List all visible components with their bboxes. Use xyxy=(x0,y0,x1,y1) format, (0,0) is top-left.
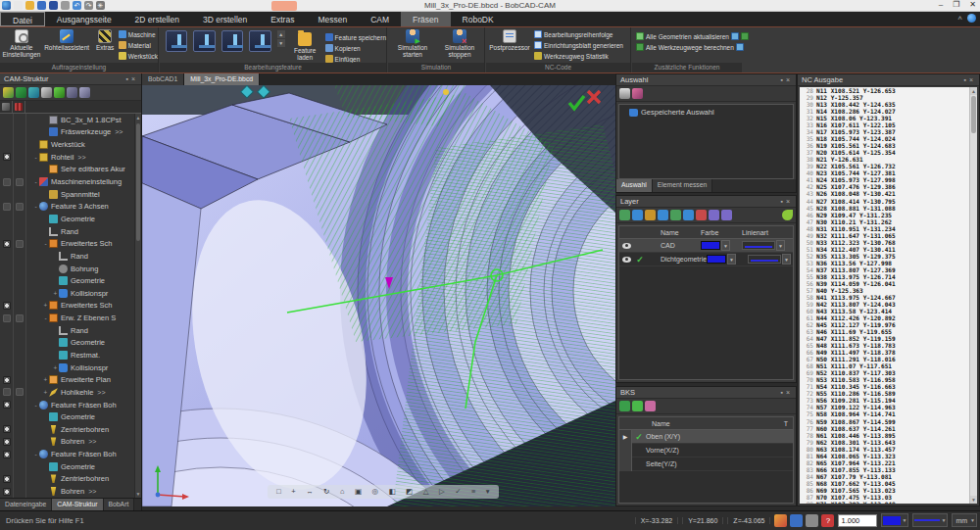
layer-row[interactable]: CAD ▼ ▼ xyxy=(619,239,793,253)
toolbar-icon[interactable] xyxy=(632,210,643,220)
viewport-tool-icon[interactable]: ◎ xyxy=(371,485,378,499)
viewport-tool-icon[interactable]: △ xyxy=(423,485,429,499)
column-farbe[interactable]: Farbe xyxy=(701,229,742,236)
expander-icon[interactable]: + xyxy=(42,389,49,396)
panel-close-icon[interactable]: × xyxy=(969,76,976,83)
nc-scrollbar[interactable]: ▲ ▼ xyxy=(969,87,977,504)
alle-werkzeugwege-berechnen-button[interactable]: Alle Werkzeugwege berechnen xyxy=(636,42,742,52)
viewport-tool-icon[interactable]: ◩ xyxy=(406,485,413,499)
viewport-tool-icon[interactable]: ▣ xyxy=(355,485,362,499)
expander-icon[interactable]: - xyxy=(32,154,39,161)
feature-speichern-button[interactable]: Feature speichern xyxy=(325,32,386,42)
bks-row[interactable]: ▶ ✓ Oben (X/Y) xyxy=(619,430,793,444)
column-linienart[interactable]: Linienart xyxy=(742,229,793,236)
toolbar-icon[interactable] xyxy=(721,210,732,220)
expander-icon[interactable]: - xyxy=(42,240,49,247)
linetype-dropdown[interactable]: ▼ xyxy=(912,513,948,527)
menu-tab[interactable]: CAM xyxy=(359,12,401,26)
tree-item-expand-link[interactable]: >> xyxy=(97,389,105,396)
expander-icon[interactable]: + xyxy=(42,302,49,309)
viewport-tool-icon[interactable]: + xyxy=(291,485,295,499)
viewport-tool-icon[interactable]: ▾ xyxy=(486,485,490,499)
status-icon[interactable]: ? xyxy=(821,514,834,527)
einrichtungsblatt-button[interactable]: Einrichtungsblatt generieren xyxy=(534,40,623,50)
column-name[interactable]: Name xyxy=(647,229,701,236)
menu-tab[interactable]: RoboDK xyxy=(451,12,506,26)
bearbeitungsreihenfolge-button[interactable]: Bearbeitungsreihenfolge xyxy=(534,29,623,39)
expander-icon[interactable]: + xyxy=(52,290,59,297)
expander-icon[interactable]: - xyxy=(42,314,49,321)
3d-canvas[interactable]: □+↔↻⌂▣◎◧◩△▷✓≡▾ xyxy=(142,85,615,506)
extras-button[interactable]: Extras xyxy=(92,27,117,61)
mill-feature-1-icon[interactable] xyxy=(166,30,187,52)
werkzeugweg-statistik-button[interactable]: Werkzeugweg Statistik xyxy=(534,51,623,61)
feature-point-icon[interactable] xyxy=(443,89,449,95)
row-selector[interactable] xyxy=(619,458,632,471)
tree-item-expand-link[interactable]: >> xyxy=(88,438,96,445)
kopieren-button[interactable]: Kopieren xyxy=(325,43,386,53)
column-name[interactable]: Name xyxy=(632,420,779,427)
feature-laden-button[interactable]: Feature laden xyxy=(291,30,319,61)
viewport-tool-icon[interactable]: ▷ xyxy=(439,485,445,499)
auswahl-tab[interactable]: Auswahl xyxy=(616,179,653,192)
chevron-down-icon[interactable]: ▼ xyxy=(782,254,791,265)
panel-close-icon[interactable]: × xyxy=(786,389,793,396)
tree-item-expand-link[interactable]: >> xyxy=(115,128,122,135)
color-swatch[interactable] xyxy=(701,241,720,250)
material-button[interactable]: Material xyxy=(119,40,158,50)
toolbar-icon[interactable] xyxy=(28,87,39,98)
menu-tab[interactable]: 2D erstellen xyxy=(123,12,191,26)
toolbar-icon[interactable] xyxy=(632,401,643,411)
left-panel-tab[interactable]: BobArt xyxy=(104,499,135,510)
toolbar-icon[interactable] xyxy=(670,210,681,220)
eye-icon[interactable] xyxy=(622,243,631,249)
color-dropdown[interactable]: ▼ xyxy=(881,513,908,527)
expander-icon[interactable]: + xyxy=(52,364,59,371)
toolbar-icon[interactable] xyxy=(683,210,694,220)
tree-scrollbar[interactable]: ▲ ▼ xyxy=(134,114,141,498)
viewport-tool-icon[interactable]: ≡ xyxy=(471,485,475,499)
column-filter[interactable]: T xyxy=(779,420,793,427)
bks-row[interactable]: Vorne(X/Z) xyxy=(619,444,793,458)
viewport-tool-icon[interactable]: ✓ xyxy=(455,485,461,499)
toolbar-icon[interactable] xyxy=(79,87,90,98)
toolbar-icon[interactable] xyxy=(3,87,14,98)
mill-feature-2-icon[interactable] xyxy=(193,30,215,52)
viewport-tab[interactable]: Mill_3x_Pro-DE.bbcd xyxy=(184,73,260,85)
chevron-down-icon[interactable]: ▼ xyxy=(776,240,785,251)
expander-icon[interactable]: + xyxy=(42,376,49,383)
viewport-tool-icon[interactable]: ⌂ xyxy=(340,485,345,499)
menu-tab[interactable]: Ausgangsseite xyxy=(45,12,123,26)
panel-close-icon[interactable]: × xyxy=(786,198,793,205)
bks-row[interactable]: Seite(Y/Z) xyxy=(619,458,793,471)
toolbar-icon[interactable] xyxy=(619,401,630,411)
unit-dropdown[interactable]: mm ▼ xyxy=(952,513,977,527)
visibility-column-icon[interactable] xyxy=(2,103,10,111)
maximize-button[interactable]: ❐ xyxy=(953,0,959,9)
alle-geometrien-aktualisieren-button[interactable]: Alle Geometrien aktualisieren xyxy=(636,31,742,41)
menu-tab[interactable]: Datei xyxy=(0,12,45,26)
scroll-down-icon[interactable]: ▼ xyxy=(277,39,285,47)
left-panel-tab[interactable]: CAM-Struktur xyxy=(52,499,103,510)
scale-input[interactable] xyxy=(838,514,877,527)
toolbar-icon[interactable] xyxy=(645,210,656,220)
eye-icon[interactable] xyxy=(622,257,631,263)
selection-screen-icon[interactable] xyxy=(619,88,630,99)
toolbar-icon[interactable] xyxy=(709,210,719,220)
collapse-ribbon-icon[interactable]: ˄ xyxy=(957,14,962,23)
panel-close-icon[interactable]: × xyxy=(131,75,138,82)
rohteilassistent-button[interactable]: Rohteilassistent xyxy=(42,27,92,61)
auswahl-tab[interactable]: Element messen xyxy=(653,179,713,192)
toolbar-icon[interactable] xyxy=(54,87,65,98)
chevron-down-icon[interactable]: ▼ xyxy=(721,240,730,251)
toolbar-icon[interactable] xyxy=(67,87,77,98)
maschine-button[interactable]: Maschine xyxy=(119,29,158,39)
panel-close-icon[interactable]: × xyxy=(786,76,793,83)
chevron-down-icon[interactable]: ▼ xyxy=(727,254,736,265)
help-globe-icon[interactable] xyxy=(967,14,976,23)
viewport-tool-icon[interactable]: ◧ xyxy=(389,485,396,499)
check-icon[interactable]: ✓ xyxy=(636,255,644,265)
toolbar-icon[interactable] xyxy=(41,87,52,98)
simulation-stoppen-button[interactable]: Simulation stoppen xyxy=(437,27,482,58)
status-icon[interactable] xyxy=(790,514,803,527)
